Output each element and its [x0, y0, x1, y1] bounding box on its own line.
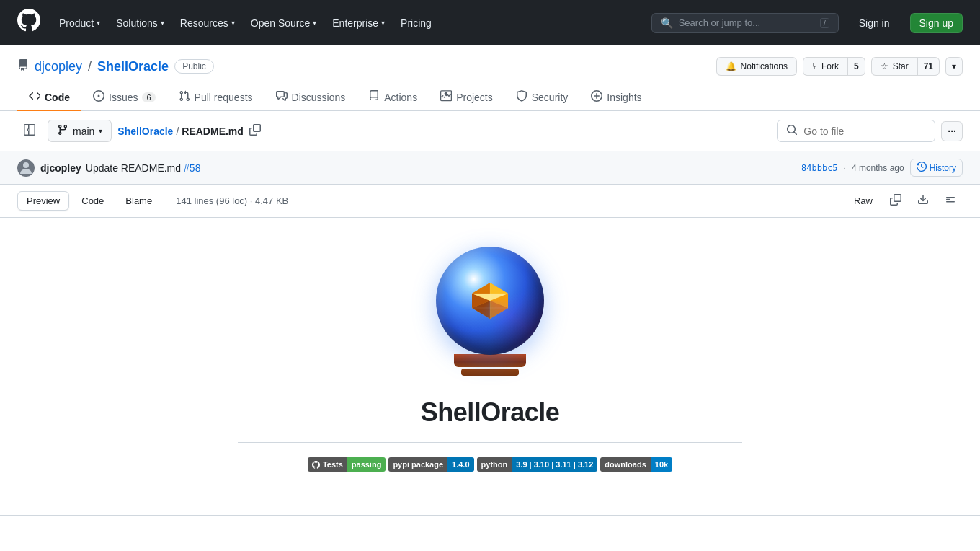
- outline-button[interactable]: [938, 190, 963, 211]
- chevron-down-icon: ▾: [97, 19, 100, 27]
- repo-type-icon: [17, 59, 29, 74]
- commit-author-link[interactable]: djcopley: [40, 162, 81, 174]
- signup-button[interactable]: Sign up: [910, 13, 963, 33]
- nav-pricing[interactable]: Pricing: [393, 12, 439, 35]
- goto-file-search[interactable]: [777, 120, 935, 142]
- star-button[interactable]: ☆ Star: [871, 57, 917, 76]
- repo-owner-link[interactable]: djcopley: [35, 59, 82, 74]
- star-icon: ☆: [881, 61, 888, 71]
- readme-divider: [238, 442, 742, 443]
- signin-button[interactable]: Sign in: [850, 14, 899, 32]
- more-options-button[interactable]: ···: [941, 121, 963, 141]
- repo-title-row: djcopley / ShellOracle Public 🔔 Notifica…: [17, 57, 963, 76]
- readme-content: ShellOracle Tests passing pypi package 1…: [0, 218, 980, 516]
- tab-projects-label: Projects: [456, 92, 493, 103]
- copy-path-button[interactable]: [246, 123, 264, 139]
- copy-file-button[interactable]: [883, 190, 908, 211]
- raw-button[interactable]: Raw: [846, 192, 881, 210]
- chevron-down-icon: ▾: [231, 19, 235, 27]
- downloads-badge-right: 10k: [651, 457, 672, 472]
- repo-name-link[interactable]: ShellOracle: [97, 59, 169, 74]
- projects-icon: [440, 90, 452, 104]
- nav-product[interactable]: Product ▾: [52, 12, 107, 35]
- discussions-icon: [276, 90, 288, 104]
- tab-security[interactable]: Security: [504, 84, 580, 111]
- commit-sha-link[interactable]: 84bbbc5: [801, 163, 838, 173]
- tests-badge-right: passing: [347, 457, 386, 472]
- python-badge-left: python: [477, 457, 512, 472]
- tab-pr-label: Pull requests: [195, 92, 253, 103]
- repo-header: djcopley / ShellOracle Public 🔔 Notifica…: [0, 45, 980, 111]
- code-tab-button[interactable]: Code: [72, 191, 113, 211]
- search-shortcut: /: [820, 18, 829, 28]
- commit-dot-separator: ·: [844, 163, 846, 173]
- downloads-badge: downloads 10k: [600, 457, 672, 472]
- chevron-down-icon: ▾: [161, 19, 164, 27]
- tab-projects[interactable]: Projects: [429, 84, 504, 111]
- preview-tab-button[interactable]: Preview: [17, 191, 69, 211]
- nav-enterprise[interactable]: Enterprise ▾: [325, 12, 392, 35]
- file-toolbar: main ▾ ShellOracle / README.md ···: [0, 111, 980, 151]
- tab-security-label: Security: [532, 92, 569, 103]
- notifications-button[interactable]: 🔔 Notifications: [716, 57, 797, 76]
- nav-solutions[interactable]: Solutions ▾: [109, 12, 172, 35]
- branch-selector[interactable]: main ▾: [48, 120, 112, 142]
- issues-count-badge: 6: [142, 92, 155, 102]
- readme-title: ShellOracle: [17, 397, 963, 428]
- pypi-badge-right: 1.4.0: [447, 457, 473, 472]
- pr-icon: [179, 90, 190, 104]
- tab-code-label: Code: [45, 92, 70, 103]
- breadcrumb-repo-link[interactable]: ShellOracle: [117, 125, 173, 137]
- fork-icon: ⑂: [812, 61, 817, 71]
- downloads-badge-left: downloads: [600, 457, 650, 472]
- python-badge: python 3.9 | 3.10 | 3.11 | 3.12: [477, 457, 598, 472]
- tab-actions[interactable]: Actions: [357, 84, 429, 111]
- more-options-button[interactable]: ▾: [945, 57, 963, 76]
- search-icon: [786, 124, 798, 138]
- file-view-bar: Preview Code Blame 141 lines (96 loc) · …: [0, 185, 980, 218]
- repo-visibility-badge: Public: [174, 59, 214, 74]
- crystal-ball-sphere: [436, 247, 544, 355]
- nav-open-source[interactable]: Open Source ▾: [244, 12, 324, 35]
- history-label: History: [930, 163, 956, 173]
- blame-tab-button[interactable]: Blame: [116, 191, 161, 211]
- tab-discussions[interactable]: Discussions: [264, 84, 357, 111]
- commit-message-text: Update README.md: [86, 162, 181, 174]
- star-count[interactable]: 71: [917, 57, 940, 76]
- fork-count[interactable]: 5: [847, 57, 865, 76]
- nav-links: Product ▾ Solutions ▾ Resources ▾ Open S…: [52, 12, 439, 35]
- nav-search-box[interactable]: 🔍 Search or jump to... /: [651, 13, 839, 33]
- github-logo-icon[interactable]: [17, 9, 40, 37]
- project-logo: [425, 247, 555, 376]
- fork-button[interactable]: ⑂ Fork: [803, 57, 847, 76]
- svg-point-0: [23, 162, 29, 168]
- tests-badge-left: Tests: [308, 457, 347, 472]
- top-navigation: Product ▾ Solutions ▾ Resources ▾ Open S…: [0, 0, 980, 45]
- chevron-down-icon: ▾: [313, 19, 316, 27]
- star-button-group: ☆ Star 71: [871, 57, 940, 76]
- repo-separator: /: [88, 59, 92, 74]
- repo-title: djcopley / ShellOracle Public: [17, 59, 214, 74]
- commit-bar: djcopley Update README.md #58 84bbbc5 · …: [0, 151, 980, 185]
- tab-issues[interactable]: Issues 6: [81, 84, 167, 111]
- history-button[interactable]: History: [910, 159, 963, 177]
- goto-file-input[interactable]: [803, 125, 926, 137]
- search-placeholder: Search or jump to...: [679, 17, 814, 28]
- tests-badge: Tests passing: [308, 457, 386, 472]
- commit-pr-link[interactable]: #58: [184, 162, 200, 174]
- nav-resources[interactable]: Resources ▾: [173, 12, 242, 35]
- download-file-button[interactable]: [911, 190, 935, 211]
- tab-actions-label: Actions: [384, 92, 417, 103]
- insights-icon: [591, 90, 602, 104]
- tab-code[interactable]: Code: [17, 84, 81, 111]
- tab-insights[interactable]: Insights: [579, 84, 653, 111]
- pypi-badge-left: pypi package: [388, 457, 447, 472]
- chevron-down-icon: ▾: [381, 19, 385, 27]
- tab-pull-requests[interactable]: Pull requests: [167, 84, 264, 111]
- breadcrumb-separator: /: [176, 125, 179, 137]
- commit-time: 4 months ago: [852, 163, 904, 173]
- history-icon: [917, 162, 927, 174]
- sidebar-toggle-button[interactable]: [17, 120, 42, 142]
- code-icon: [29, 90, 40, 104]
- branch-chevron-icon: ▾: [99, 127, 102, 135]
